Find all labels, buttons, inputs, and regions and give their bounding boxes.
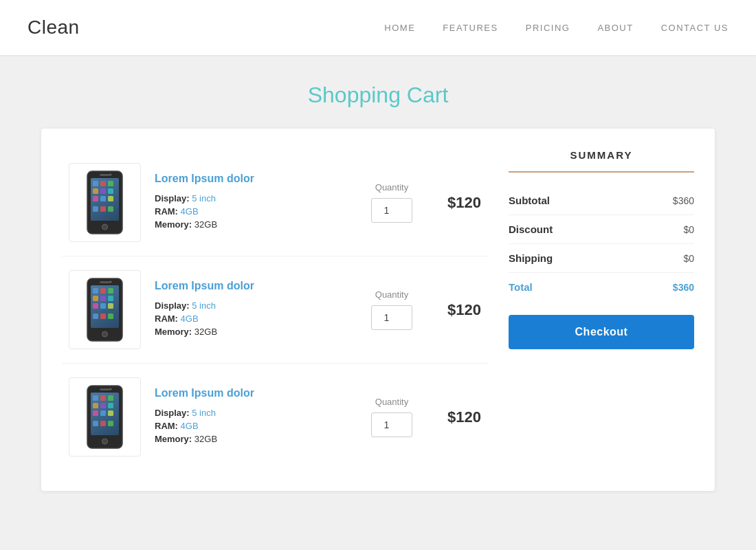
svg-rect-40 bbox=[93, 403, 98, 408]
svg-rect-46 bbox=[93, 421, 98, 426]
item-quantity-wrapper: Quantity bbox=[357, 182, 426, 223]
table-row: Lorem Ipsum dolor Display: 5 inch RAM: 4… bbox=[62, 256, 488, 364]
item-memory-spec: Memory: 32GB bbox=[155, 327, 344, 337]
item-price: $120 bbox=[426, 194, 481, 212]
total-row: Total $360 bbox=[509, 273, 694, 301]
svg-rect-23 bbox=[93, 296, 98, 301]
item-details: Lorem Ipsum dolor Display: 5 inch RAM: 4… bbox=[141, 280, 357, 340]
item-memory-spec: Memory: 32GB bbox=[155, 219, 344, 230]
svg-rect-11 bbox=[108, 196, 113, 201]
svg-rect-14 bbox=[108, 206, 113, 212]
svg-rect-50 bbox=[100, 388, 110, 390]
discount-label: Discount bbox=[509, 223, 553, 235]
svg-rect-48 bbox=[108, 421, 113, 426]
table-row: Lorem Ipsum dolor Display: 5 inch RAM: 4… bbox=[62, 364, 488, 470]
summary-title: SUMMARY bbox=[509, 149, 694, 173]
svg-rect-31 bbox=[108, 314, 113, 319]
svg-rect-45 bbox=[108, 410, 113, 416]
total-value: $360 bbox=[673, 282, 694, 293]
discount-row: Discount $0 bbox=[509, 215, 694, 244]
svg-point-17 bbox=[110, 174, 112, 176]
svg-rect-8 bbox=[108, 188, 113, 194]
product-image-wrapper bbox=[69, 163, 141, 242]
item-quantity-wrapper: Quantity bbox=[357, 289, 426, 330]
item-name[interactable]: Lorem Ipsum dolor bbox=[155, 173, 344, 185]
svg-rect-25 bbox=[108, 296, 113, 301]
item-details: Lorem Ipsum dolor Display: 5 inch RAM: 4… bbox=[141, 173, 357, 232]
checkout-button[interactable]: Checkout bbox=[509, 315, 694, 349]
item-name[interactable]: Lorem Ipsum dolor bbox=[155, 280, 344, 292]
nav-features[interactable]: FEATURES bbox=[443, 23, 498, 33]
svg-rect-27 bbox=[100, 303, 106, 309]
svg-rect-16 bbox=[100, 174, 110, 176]
svg-rect-43 bbox=[93, 410, 98, 416]
item-quantity-wrapper: Quantity bbox=[357, 397, 426, 437]
quantity-label: Quantity bbox=[375, 397, 408, 407]
item-details: Lorem Ipsum dolor Display: 5 inch RAM: 4… bbox=[141, 387, 357, 447]
svg-rect-37 bbox=[93, 395, 98, 401]
cart-container: Lorem Ipsum dolor Display: 5 inch RAM: 4… bbox=[41, 129, 715, 491]
svg-rect-24 bbox=[100, 296, 106, 301]
svg-rect-6 bbox=[93, 188, 98, 194]
svg-point-51 bbox=[110, 388, 112, 390]
item-price: $120 bbox=[426, 301, 481, 319]
item-memory-spec: Memory: 32GB bbox=[155, 434, 344, 444]
svg-rect-4 bbox=[100, 181, 106, 186]
quantity-input[interactable] bbox=[371, 305, 412, 330]
svg-rect-20 bbox=[93, 288, 98, 294]
svg-rect-3 bbox=[93, 181, 98, 186]
phone-icon bbox=[86, 277, 124, 342]
svg-rect-42 bbox=[108, 403, 113, 408]
svg-rect-21 bbox=[100, 288, 106, 294]
svg-rect-13 bbox=[100, 206, 106, 212]
svg-rect-33 bbox=[100, 281, 110, 283]
svg-rect-38 bbox=[100, 395, 106, 401]
product-image-wrapper bbox=[69, 270, 141, 349]
product-image-wrapper bbox=[69, 377, 141, 456]
subtotal-row: Subtotal $360 bbox=[509, 186, 694, 215]
svg-point-15 bbox=[102, 224, 108, 230]
summary-panel: SUMMARY Subtotal $360 Discount $0 Shippi… bbox=[509, 149, 694, 470]
svg-rect-30 bbox=[100, 314, 106, 319]
item-ram-spec: RAM: 4GB bbox=[155, 314, 344, 324]
subtotal-value: $360 bbox=[673, 195, 694, 206]
table-row: Lorem Ipsum dolor Display: 5 inch RAM: 4… bbox=[62, 149, 488, 256]
phone-icon bbox=[86, 384, 124, 450]
phone-icon bbox=[86, 170, 124, 235]
brand-logo[interactable]: Clean bbox=[27, 16, 80, 38]
cart-items-list: Lorem Ipsum dolor Display: 5 inch RAM: 4… bbox=[62, 149, 488, 470]
nav-pricing[interactable]: PRICING bbox=[526, 23, 570, 33]
item-price: $120 bbox=[426, 408, 481, 426]
shipping-label: Shipping bbox=[509, 252, 553, 264]
quantity-input[interactable] bbox=[371, 412, 412, 437]
quantity-label: Quantity bbox=[375, 289, 408, 300]
svg-point-49 bbox=[102, 439, 108, 444]
item-display-spec: Display: 5 inch bbox=[155, 300, 344, 311]
quantity-input[interactable] bbox=[371, 198, 412, 223]
shipping-row: Shipping $0 bbox=[509, 244, 694, 273]
subtotal-label: Subtotal bbox=[509, 195, 550, 206]
svg-point-34 bbox=[110, 281, 112, 283]
item-name[interactable]: Lorem Ipsum dolor bbox=[155, 387, 344, 399]
svg-point-32 bbox=[102, 331, 108, 337]
svg-rect-44 bbox=[100, 410, 106, 416]
shipping-value: $0 bbox=[683, 253, 694, 264]
svg-rect-5 bbox=[108, 181, 113, 186]
svg-rect-47 bbox=[100, 421, 106, 426]
svg-rect-41 bbox=[100, 403, 106, 408]
nav-contact[interactable]: CONTACT US bbox=[661, 23, 729, 33]
nav-about[interactable]: ABOUT bbox=[597, 23, 633, 33]
quantity-label: Quantity bbox=[375, 182, 408, 192]
svg-rect-12 bbox=[93, 206, 98, 212]
svg-rect-10 bbox=[100, 196, 106, 201]
item-display-spec: Display: 5 inch bbox=[155, 193, 344, 204]
svg-rect-22 bbox=[108, 288, 113, 294]
total-label: Total bbox=[509, 281, 533, 293]
page-content: Shopping Cart bbox=[0, 55, 756, 518]
svg-rect-28 bbox=[108, 303, 113, 309]
svg-rect-39 bbox=[108, 395, 113, 401]
page-title: Shopping Cart bbox=[41, 82, 715, 108]
svg-rect-26 bbox=[93, 303, 98, 309]
item-ram-spec: RAM: 4GB bbox=[155, 421, 344, 431]
nav-home[interactable]: HOME bbox=[384, 23, 415, 33]
